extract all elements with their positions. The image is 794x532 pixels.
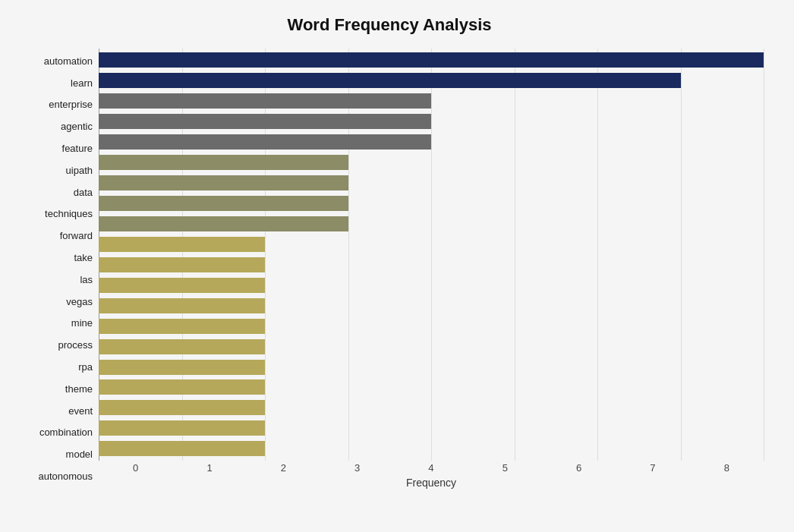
bar bbox=[99, 379, 265, 395]
x-ticks: 012345678 bbox=[99, 462, 764, 474]
bar bbox=[99, 73, 681, 88]
y-label: forward bbox=[60, 226, 93, 246]
y-label: mine bbox=[71, 313, 93, 333]
bar-row bbox=[99, 71, 764, 90]
x-tick: 0 bbox=[99, 462, 172, 474]
bar bbox=[99, 257, 265, 272]
y-label: rpa bbox=[78, 357, 93, 377]
y-label: enterprise bbox=[49, 95, 93, 115]
y-label: model bbox=[66, 445, 93, 464]
bar-row bbox=[99, 132, 764, 152]
x-tick: 2 bbox=[247, 462, 320, 474]
bar-row bbox=[99, 357, 764, 377]
bar bbox=[99, 278, 265, 293]
y-label: combination bbox=[39, 423, 93, 442]
x-tick: 5 bbox=[468, 462, 542, 474]
x-axis-label: Frequency bbox=[99, 477, 764, 489]
bar-row bbox=[99, 235, 764, 254]
bar bbox=[99, 441, 265, 456]
x-tick: 3 bbox=[320, 462, 394, 474]
bar bbox=[99, 319, 265, 334]
y-label: vegas bbox=[66, 291, 93, 311]
bars-wrapper bbox=[99, 49, 764, 461]
bar bbox=[99, 298, 265, 313]
x-tick: 7 bbox=[616, 462, 689, 474]
bars-section: 012345678 Frequency bbox=[99, 49, 764, 489]
y-label: event bbox=[68, 401, 93, 420]
bar-row bbox=[99, 153, 764, 172]
y-label: las bbox=[80, 269, 93, 289]
y-label: theme bbox=[65, 379, 93, 398]
x-tick: 4 bbox=[394, 462, 468, 474]
chart-container: Word Frequency Analysis automationlearne… bbox=[0, 0, 794, 532]
y-label: feature bbox=[62, 139, 93, 159]
y-label: data bbox=[74, 182, 93, 202]
bar-row bbox=[99, 50, 764, 70]
bar-row bbox=[99, 337, 764, 357]
y-label: process bbox=[58, 335, 93, 355]
y-label: uipath bbox=[66, 160, 93, 180]
bar-row bbox=[99, 316, 764, 336]
bar-row bbox=[99, 214, 764, 234]
bar-row bbox=[99, 255, 764, 275]
bar-row bbox=[99, 377, 764, 397]
x-tick: 6 bbox=[542, 462, 616, 474]
bar bbox=[99, 360, 265, 375]
chart-area: automationlearnenterpriseagenticfeatureu… bbox=[15, 49, 764, 489]
x-tick: 1 bbox=[172, 462, 246, 474]
x-tick: 8 bbox=[690, 462, 764, 474]
bar bbox=[99, 93, 431, 109]
bar bbox=[99, 114, 431, 129]
grid-and-bars bbox=[99, 49, 764, 461]
grid-line bbox=[764, 49, 764, 461]
chart-title: Word Frequency Analysis bbox=[15, 15, 764, 35]
bar-row bbox=[99, 194, 764, 213]
y-labels: automationlearnenterpriseagenticfeatureu… bbox=[15, 49, 99, 489]
bar-row bbox=[99, 112, 764, 131]
bar bbox=[99, 420, 265, 436]
bar bbox=[99, 237, 265, 252]
y-label: autonomous bbox=[38, 467, 93, 486]
bar bbox=[99, 400, 265, 415]
bar-row bbox=[99, 418, 764, 438]
bar-row bbox=[99, 173, 764, 193]
bar bbox=[99, 196, 348, 211]
bar-row bbox=[99, 91, 764, 111]
y-label: agentic bbox=[61, 117, 93, 137]
y-label: automation bbox=[44, 51, 93, 71]
y-label: learn bbox=[71, 73, 93, 93]
bar bbox=[99, 216, 348, 231]
bar-row bbox=[99, 296, 764, 316]
bar-row bbox=[99, 275, 764, 295]
bar bbox=[99, 52, 764, 68]
x-axis: 012345678 Frequency bbox=[99, 462, 764, 489]
bar bbox=[99, 134, 431, 150]
y-label: techniques bbox=[45, 204, 93, 224]
bar-row bbox=[99, 398, 764, 417]
bar bbox=[99, 155, 348, 170]
y-label: take bbox=[74, 248, 93, 268]
bar-row bbox=[99, 439, 764, 458]
bar bbox=[99, 339, 265, 354]
bar bbox=[99, 175, 348, 190]
